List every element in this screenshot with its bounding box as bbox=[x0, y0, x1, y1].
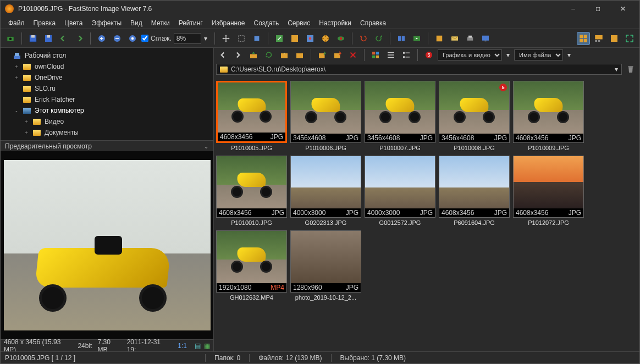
crop-icon[interactable] bbox=[250, 32, 263, 45]
folder-tree[interactable]: Рабочий стол +ownCloud+OneDriveSLO.ruEri… bbox=[1, 48, 213, 140]
menu-Сервис[interactable]: Сервис bbox=[283, 18, 315, 28]
histogram-icon[interactable]: ▤ bbox=[195, 342, 201, 350]
menu-Вид[interactable]: Вид bbox=[126, 18, 147, 28]
zoom-input[interactable] bbox=[174, 33, 201, 44]
view-filmstrip-icon[interactable] bbox=[592, 32, 605, 45]
zoom-dropdown-icon[interactable]: ▾ bbox=[201, 32, 210, 45]
tree-item[interactable]: +Документы bbox=[1, 127, 213, 138]
thumbnail-area[interactable]: 4608x3456JPGP1010005.JPG3456x4608JPGP101… bbox=[214, 76, 639, 351]
undo-icon[interactable] bbox=[57, 32, 70, 45]
view-fullscreen-icon[interactable] bbox=[623, 32, 636, 45]
tag-icon[interactable]: 5 bbox=[422, 48, 435, 62]
adjust-icon[interactable] bbox=[319, 32, 332, 45]
acquire-icon[interactable] bbox=[4, 32, 17, 45]
info-icon[interactable]: ▦ bbox=[204, 342, 210, 350]
draw-icon[interactable] bbox=[304, 32, 317, 45]
nav-forward-icon[interactable] bbox=[231, 48, 245, 62]
menu-Цвета[interactable]: Цвета bbox=[60, 18, 87, 28]
thumbnail[interactable]: 1280x960JPGphoto_2019-10-12_2... bbox=[290, 230, 361, 301]
sort-dropdown-icon[interactable]: ▾ bbox=[565, 48, 573, 62]
thumbnail[interactable]: 4608x3456JPGP6091604.JPG bbox=[439, 156, 510, 226]
email-icon[interactable] bbox=[448, 32, 461, 45]
thumb-name: G0012572.JPG bbox=[365, 218, 435, 226]
tree-item[interactable]: +OneDrive bbox=[1, 72, 213, 83]
thumbnail[interactable]: 4608x3456JPGP1010005.JPG bbox=[216, 81, 287, 151]
preview-header[interactable]: Предварительный просмотр ⌄ bbox=[1, 140, 213, 151]
zoom-out-icon[interactable] bbox=[111, 32, 124, 45]
print-icon[interactable] bbox=[464, 32, 477, 45]
close-button[interactable]: ✕ bbox=[610, 1, 635, 17]
select-icon[interactable] bbox=[235, 32, 248, 45]
tree-item[interactable]: +Видео bbox=[1, 116, 213, 127]
svg-rect-43 bbox=[372, 52, 375, 54]
trash-icon[interactable] bbox=[624, 63, 637, 76]
settings-icon[interactable] bbox=[433, 32, 446, 45]
tree-item[interactable]: -Этот компьютер bbox=[1, 105, 213, 116]
thumbnail[interactable]: 4000x3000JPGG0012572.JPG bbox=[365, 156, 435, 226]
menu-Избранное[interactable]: Избранное bbox=[207, 18, 250, 28]
canvas-icon[interactable] bbox=[288, 32, 301, 45]
nav-back-icon[interactable] bbox=[216, 48, 229, 62]
filter-dropdown-icon[interactable]: ▾ bbox=[504, 48, 512, 62]
tree-item[interactable]: +ownCloud bbox=[1, 61, 213, 72]
copy-to-icon[interactable] bbox=[316, 48, 329, 62]
address-bar[interactable]: C:\Users\SLO.ru\Desktop\aerox\ ▾ bbox=[216, 64, 622, 75]
thumb-name: P6091604.JPG bbox=[439, 218, 510, 226]
view-single-icon[interactable] bbox=[608, 32, 621, 45]
info-ratio[interactable]: 1:1 bbox=[175, 342, 189, 350]
nav-refresh-icon[interactable] bbox=[262, 48, 275, 62]
minimize-button[interactable]: – bbox=[561, 1, 586, 17]
menu-Справка[interactable]: Справка bbox=[356, 18, 390, 28]
zoom-fit-icon[interactable] bbox=[126, 32, 139, 45]
save-icon[interactable] bbox=[26, 32, 40, 45]
red-eye-icon[interactable] bbox=[334, 32, 347, 45]
view-thumbnails-icon[interactable] bbox=[577, 32, 590, 45]
tree-item[interactable]: Erick Flatcher bbox=[1, 94, 213, 105]
nav-home-icon[interactable] bbox=[293, 48, 306, 62]
thumbnail[interactable]: 3456x4608JPGP1010006.JPG bbox=[290, 81, 361, 151]
thumbnail[interactable]: 1920x1080MP4GH012632.MP4 bbox=[216, 230, 287, 301]
resize-icon[interactable] bbox=[273, 32, 286, 45]
thumbnail[interactable]: 4608x3456JPGP1010009.JPG bbox=[513, 81, 584, 151]
thumbnail[interactable]: 4000x3000JPGG0202313.JPG bbox=[290, 156, 361, 226]
address-dropdown-icon[interactable]: ▾ bbox=[615, 65, 618, 73]
tree-item[interactable]: SLO.ru bbox=[1, 83, 213, 94]
collapse-icon[interactable]: ⌄ bbox=[203, 142, 209, 150]
menu-Правка[interactable]: Правка bbox=[29, 18, 60, 28]
menu-Настройки[interactable]: Настройки bbox=[315, 18, 356, 28]
delete-icon[interactable] bbox=[346, 48, 360, 62]
menu-Метки[interactable]: Метки bbox=[147, 18, 174, 28]
view-details-icon[interactable] bbox=[384, 48, 398, 62]
wallpaper-icon[interactable] bbox=[479, 32, 492, 45]
redo-icon[interactable] bbox=[73, 32, 86, 45]
menu-Создать[interactable]: Создать bbox=[250, 18, 284, 28]
thumbnail[interactable]: 3456x4608JPGP1010007.JPG bbox=[365, 81, 435, 151]
menu-Рейтинг[interactable]: Рейтинг bbox=[174, 18, 207, 28]
thumbnail[interactable]: 4608x3456JPGP1010010.JPG bbox=[216, 156, 287, 226]
tree-root[interactable]: Рабочий стол bbox=[1, 50, 213, 61]
smooth-checkbox[interactable]: Сглаж. bbox=[141, 35, 172, 42]
nav-fav-icon[interactable] bbox=[278, 48, 291, 62]
rotate-left-icon[interactable] bbox=[357, 32, 370, 45]
menu-Эффекты[interactable]: Эффекты bbox=[87, 18, 126, 28]
maximize-button[interactable]: □ bbox=[586, 1, 610, 17]
view-list-icon[interactable] bbox=[400, 48, 413, 62]
thumbnail[interactable]: 53456x4608JPGP1010008.JPG bbox=[439, 81, 510, 151]
rating-badge: 5 bbox=[499, 84, 507, 91]
view-large-icon[interactable] bbox=[369, 48, 382, 62]
svg-rect-35 bbox=[611, 35, 617, 42]
thumbnail[interactable]: 4608x3456JPGP1012072.JPG bbox=[513, 156, 584, 226]
preview-pane[interactable] bbox=[1, 151, 213, 339]
move-to-icon[interactable] bbox=[331, 48, 344, 62]
pan-icon[interactable] bbox=[219, 32, 233, 45]
rotate-right-icon[interactable] bbox=[372, 32, 385, 45]
slideshow-icon[interactable] bbox=[410, 32, 423, 45]
menu-Файл[interactable]: Файл bbox=[4, 18, 29, 28]
compare-icon[interactable] bbox=[395, 32, 408, 45]
nav-up-icon[interactable] bbox=[247, 48, 260, 62]
zoom-in-icon[interactable] bbox=[95, 32, 108, 45]
filter-select[interactable]: Графика и видео bbox=[438, 49, 502, 60]
thumb-ext: MP4 bbox=[271, 284, 284, 291]
sort-select[interactable]: Имя файла bbox=[514, 49, 563, 60]
save-as-icon[interactable] bbox=[42, 32, 55, 45]
